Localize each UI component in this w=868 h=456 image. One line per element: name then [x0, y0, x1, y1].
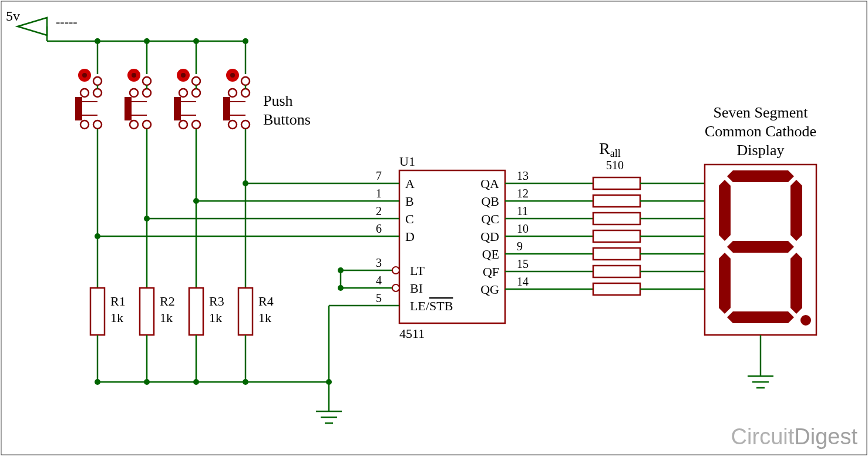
resistor-r2: R2 1k — [140, 288, 175, 382]
power-source: 5v ----- — [6, 8, 78, 35]
rall-value: 510 — [606, 159, 624, 172]
svg-rect-16 — [75, 97, 82, 120]
pin-num-3: 3 — [376, 256, 382, 269]
r3-value: 1k — [209, 310, 222, 325]
pin-name-QG: QG — [480, 282, 499, 297]
svg-point-24 — [132, 73, 136, 78]
seven-segment-display: Seven Segment Common Cathode Display — [705, 104, 816, 335]
pin-name-QC: QC — [481, 212, 499, 226]
push-button-3 — [174, 69, 200, 201]
svg-point-50 — [228, 89, 237, 97]
svg-rect-117 — [593, 266, 640, 277]
pin-name-LT: LT — [410, 263, 425, 278]
svg-rect-116 — [593, 248, 640, 260]
push-button-1 — [75, 69, 102, 236]
svg-rect-73 — [140, 288, 154, 335]
svg-point-83 — [243, 379, 248, 385]
svg-marker-127 — [727, 170, 794, 182]
svg-point-43 — [179, 120, 187, 129]
svg-rect-118 — [593, 283, 640, 295]
ic-4511: U1 4511 7 A 1 B 2 C 6 D 3 LT 4 BI 5 LE/S… — [376, 154, 593, 341]
pin-num-10: 10 — [517, 222, 529, 235]
svg-rect-115 — [593, 230, 640, 242]
pin-name-QD: QD — [480, 229, 499, 244]
svg-point-25 — [143, 77, 151, 85]
svg-point-134 — [800, 315, 811, 326]
svg-point-55 — [228, 120, 237, 129]
svg-rect-52 — [223, 97, 230, 120]
svg-point-7 — [95, 38, 100, 44]
svg-rect-75 — [189, 288, 203, 335]
svg-rect-113 — [593, 195, 640, 207]
watermark: CircuitDigest — [731, 424, 858, 449]
svg-point-26 — [130, 89, 138, 97]
pin-name-LE: LE/STB — [410, 299, 453, 313]
svg-point-19 — [80, 120, 89, 129]
pin-num-5: 5 — [376, 291, 382, 304]
r3-name: R3 — [209, 294, 224, 309]
pin-num-9: 9 — [517, 240, 523, 253]
pin-name-A: A — [405, 176, 415, 191]
pin-name-QE: QE — [482, 247, 499, 261]
ic-ref: U1 — [399, 154, 415, 169]
pin-num-13: 13 — [517, 169, 529, 182]
pin-num-6: 6 — [376, 222, 382, 235]
r4-name: R4 — [258, 294, 274, 309]
push-button-4 — [223, 69, 250, 183]
power-dashes: ----- — [56, 14, 78, 29]
svg-point-101 — [392, 267, 399, 274]
pin-num-12: 12 — [517, 187, 529, 200]
pin-num-4: 4 — [376, 274, 382, 287]
svg-point-32 — [143, 120, 151, 129]
svg-point-14 — [80, 89, 89, 97]
svg-point-51 — [241, 89, 250, 97]
r2-name: R2 — [160, 294, 175, 309]
pin-num-11: 11 — [517, 204, 528, 217]
buttons-label-2: Buttons — [263, 111, 311, 128]
svg-rect-71 — [90, 288, 105, 335]
svg-point-36 — [181, 73, 186, 78]
rall-prefix: Rall — [599, 139, 621, 159]
display-label-2: Common Cathode — [705, 123, 816, 140]
circuit-diagram: 5v ----- — [0, 0, 868, 456]
pin-name-QA: QA — [480, 176, 499, 191]
svg-point-31 — [130, 120, 138, 129]
pin-name-B: B — [405, 194, 414, 209]
pin-num-15: 15 — [517, 257, 529, 270]
svg-point-8 — [144, 38, 150, 44]
svg-point-37 — [192, 77, 200, 85]
svg-marker-131 — [719, 253, 731, 314]
svg-point-93 — [338, 267, 344, 273]
display-label-3: Display — [737, 142, 785, 159]
svg-marker-132 — [719, 180, 731, 241]
pin-num-14: 14 — [517, 275, 529, 288]
svg-point-12 — [82, 73, 87, 78]
svg-point-56 — [241, 120, 250, 129]
ground-left — [316, 411, 342, 423]
ground-right — [748, 376, 773, 388]
svg-rect-77 — [238, 288, 253, 335]
pin-name-QF: QF — [483, 264, 499, 279]
pin-num-2: 2 — [376, 204, 382, 217]
r4-value: 1k — [258, 310, 271, 325]
svg-point-49 — [241, 77, 250, 85]
svg-rect-112 — [593, 177, 640, 189]
svg-marker-0 — [18, 18, 47, 35]
pin-name-BI: BI — [410, 281, 423, 296]
r1-value: 1k — [110, 310, 123, 325]
resistor-r1: R1 1k — [90, 288, 126, 382]
resistor-r4: R4 1k — [238, 288, 274, 382]
svg-marker-129 — [790, 253, 802, 314]
svg-marker-133 — [727, 241, 794, 253]
svg-point-13 — [93, 77, 102, 85]
r1-name: R1 — [110, 294, 126, 309]
pin-name-C: C — [405, 212, 414, 226]
ic-part: 4511 — [399, 326, 425, 341]
r2-value: 1k — [160, 310, 173, 325]
svg-point-15 — [93, 89, 102, 97]
power-label: 5v — [6, 8, 20, 24]
buttons-label-1: Push — [263, 92, 293, 109]
push-button-2 — [125, 69, 151, 219]
pin-num-7: 7 — [376, 169, 382, 182]
canvas-border — [1, 1, 867, 455]
